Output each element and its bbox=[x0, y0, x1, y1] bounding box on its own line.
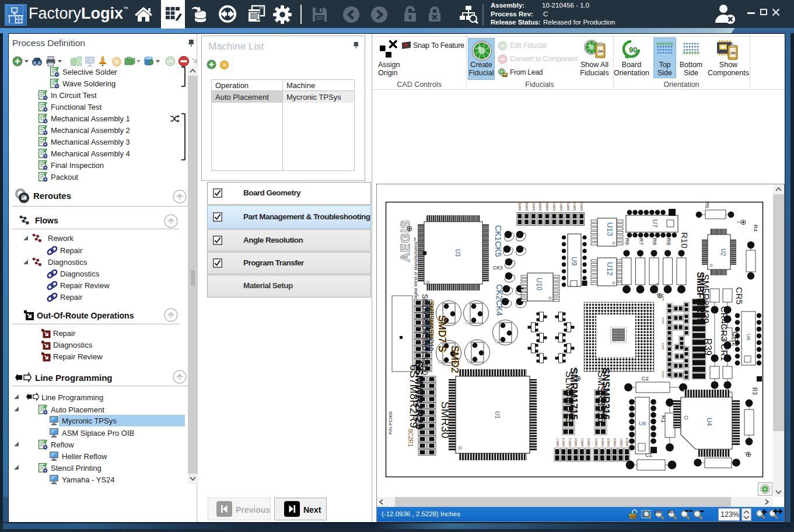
svg-text:R4: R4 bbox=[753, 225, 759, 232]
svg-text:R6: R6 bbox=[624, 238, 631, 245]
svg-text:AEGIS: AEGIS bbox=[398, 220, 412, 262]
svg-text:OK: OK bbox=[598, 50, 604, 53]
svg-text:U5-LF2: U5-LF2 bbox=[655, 282, 659, 295]
svg-text:U2: U2 bbox=[720, 249, 726, 256]
svg-text:SMR8: SMR8 bbox=[662, 293, 664, 301]
svg-text:U10: U10 bbox=[535, 278, 543, 290]
svg-text:SMR50: SMR50 bbox=[553, 202, 556, 211]
svg-text:FID: FID bbox=[737, 220, 741, 223]
svg-text:SMR21: SMR21 bbox=[581, 438, 584, 447]
svg-text:SMR53: SMR53 bbox=[573, 202, 576, 211]
svg-text:ALL: ALL bbox=[667, 509, 676, 514]
svg-text:P/N PC009: P/N PC009 bbox=[388, 411, 393, 435]
svg-text:U5A: U5A bbox=[613, 335, 617, 342]
svg-text:U13: U13 bbox=[606, 222, 614, 236]
svg-text:U8: U8 bbox=[639, 420, 646, 426]
svg-text:CK2CK4: CK2CK4 bbox=[495, 284, 504, 316]
svg-text:SMR48: SMR48 bbox=[539, 202, 542, 211]
svg-text:C2: C2 bbox=[642, 375, 649, 382]
svg-text:SMR22: SMR22 bbox=[587, 438, 590, 447]
svg-text:U12: U12 bbox=[606, 262, 614, 276]
svg-text:SMR52: SMR52 bbox=[567, 202, 570, 211]
svg-text:The Digital Mind of Manufactur: The Digital Mind of Manufacturing™ bbox=[413, 237, 418, 310]
svg-text:SMR27: SMR27 bbox=[620, 438, 623, 447]
svg-text:6S7M8R2R9: 6S7M8R2R9 bbox=[408, 365, 420, 428]
svg-text:SMR8: SMR8 bbox=[686, 370, 689, 378]
svg-text:R7: R7 bbox=[638, 238, 645, 245]
svg-text:SMR25: SMR25 bbox=[607, 438, 610, 447]
svg-text:R3: R3 bbox=[751, 387, 758, 395]
svg-text:SMBSMASMD10: SMBSMASMD10 bbox=[428, 302, 435, 351]
svg-text:SMSRB316: SMSRB316 bbox=[596, 371, 607, 423]
svg-text:U4: U4 bbox=[706, 418, 713, 426]
svg-text:SM5R8M39: SM5R8M39 bbox=[700, 274, 710, 324]
svg-text:CK1CK5: CK1CK5 bbox=[494, 225, 503, 257]
svg-text:U1: U1 bbox=[494, 411, 501, 419]
svg-text:CR5: CR5 bbox=[734, 287, 744, 304]
svg-text:SMR28: SMR28 bbox=[626, 438, 629, 447]
svg-text:SMR8: SMR8 bbox=[662, 317, 664, 324]
svg-text:90: 90 bbox=[629, 46, 637, 54]
svg-text:SMR18: SMR18 bbox=[562, 438, 565, 447]
svg-text:SMD7 S: SMD7 S bbox=[436, 315, 447, 352]
svg-text:100: 100 bbox=[655, 509, 662, 514]
svg-text:SMR19: SMR19 bbox=[569, 438, 572, 447]
svg-text:SMR17: SMR17 bbox=[557, 438, 559, 447]
svg-text:OK: OK bbox=[730, 51, 736, 55]
svg-text:SMR23: SMR23 bbox=[595, 438, 598, 447]
svg-text:SLM4MD75: SLM4MD75 bbox=[564, 371, 575, 424]
svg-text:CK3: CK3 bbox=[493, 265, 503, 271]
svg-text:SMR26: SMR26 bbox=[614, 438, 617, 447]
svg-text:SMR8: SMR8 bbox=[662, 370, 664, 378]
svg-text:SMR51: SMR51 bbox=[560, 202, 563, 211]
svg-text:SMR54: SMR54 bbox=[580, 202, 583, 211]
svg-text:R9: R9 bbox=[666, 238, 672, 245]
svg-text:R10: R10 bbox=[680, 232, 690, 249]
svg-text:SMR49: SMR49 bbox=[546, 202, 549, 211]
svg-text:8C2R1: 8C2R1 bbox=[407, 429, 414, 447]
svg-text:U7: U7 bbox=[652, 219, 659, 228]
svg-text:U9: U9 bbox=[570, 257, 578, 266]
svg-text:SMR45: SMR45 bbox=[519, 202, 522, 211]
svg-text:SMR8: SMR8 bbox=[670, 372, 673, 379]
svg-text:SMR46: SMR46 bbox=[526, 202, 529, 211]
svg-text:SMR20: SMR20 bbox=[575, 438, 578, 447]
svg-text:R39: R39 bbox=[703, 338, 713, 355]
svg-text:SMD2: SMD2 bbox=[449, 345, 460, 373]
svg-text:R8: R8 bbox=[652, 238, 658, 245]
svg-text:SMR24: SMR24 bbox=[601, 438, 604, 447]
svg-text:CR4CR3 CR1: CR4CR3 CR1 bbox=[719, 306, 729, 361]
svg-text:U3: U3 bbox=[454, 249, 461, 257]
svg-text:SMR8: SMR8 bbox=[662, 342, 664, 350]
svg-text:U6: U6 bbox=[746, 334, 751, 341]
svg-text:R5: R5 bbox=[704, 201, 711, 208]
svg-text:SMR47: SMR47 bbox=[533, 202, 536, 211]
